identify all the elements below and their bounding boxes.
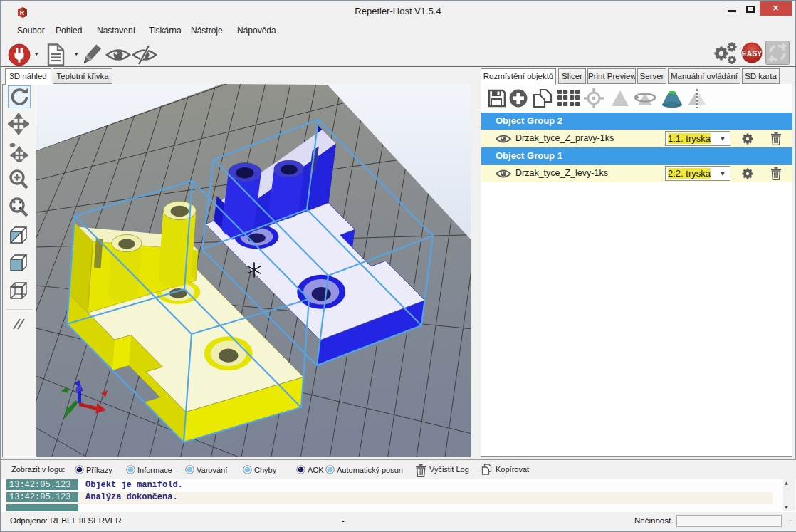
svg-text:EASY: EASY bbox=[742, 49, 763, 58]
